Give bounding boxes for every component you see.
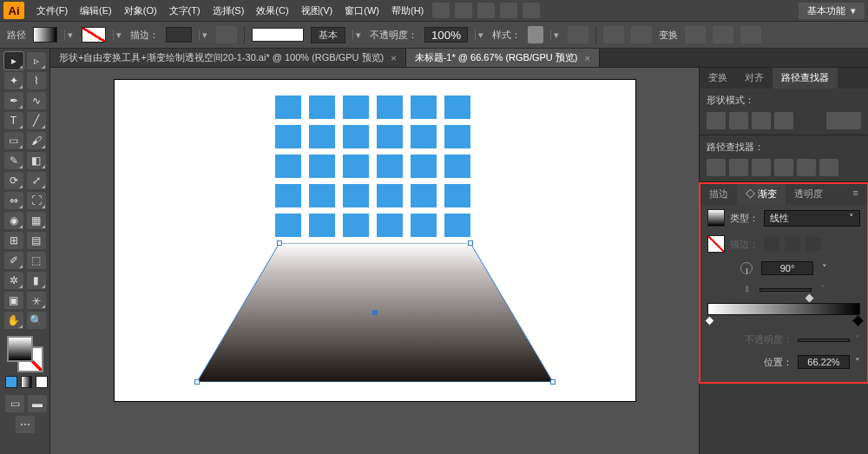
column-graph-tool[interactable]: ▮	[27, 272, 46, 289]
isolate-icon[interactable]	[685, 26, 706, 43]
chevron-down-icon[interactable]: ˅	[855, 357, 860, 368]
perspective-tool[interactable]: ▦	[27, 212, 46, 229]
fill-swatch[interactable]	[33, 27, 57, 43]
divide-button[interactable]	[707, 159, 726, 176]
chevron-down-icon[interactable]: ˅	[822, 263, 827, 274]
mesh-tool[interactable]: ⊞	[4, 232, 23, 249]
search-icon[interactable]	[500, 3, 517, 18]
menu-effect[interactable]: 效果(C)	[251, 3, 293, 19]
workspace-switcher[interactable]: 基本功能 ▾	[799, 3, 865, 19]
symbol-sprayer-tool[interactable]: ✲	[4, 272, 23, 289]
minus-front-button[interactable]	[729, 112, 748, 129]
tab-stroke[interactable]: 描边	[700, 184, 737, 205]
stroke-weight-input[interactable]	[166, 27, 192, 43]
slice-tool[interactable]: ⚹	[27, 292, 46, 309]
blue-squares-grid[interactable]	[275, 95, 470, 237]
edit-icon[interactable]	[713, 26, 733, 43]
angle-input[interactable]: 90°	[761, 261, 813, 275]
opacity-input[interactable]	[424, 27, 468, 43]
anchor-point[interactable]	[194, 379, 200, 385]
arrange-icon[interactable]	[523, 3, 540, 18]
gradient-ramp[interactable]	[707, 303, 860, 315]
stroke-swatch[interactable]	[82, 27, 106, 43]
line-tool[interactable]: ╱	[27, 112, 46, 129]
align-icon[interactable]	[603, 26, 624, 43]
zoom-tool[interactable]: 🔍	[27, 312, 46, 329]
trim-button[interactable]	[729, 159, 748, 176]
vsp-icon[interactable]	[216, 26, 237, 43]
anchor-point[interactable]	[550, 379, 556, 385]
panel-menu-icon[interactable]: ≡	[845, 184, 867, 205]
blend-tool[interactable]: ⬚	[27, 252, 46, 269]
artboard[interactable]	[115, 80, 635, 401]
gradient-stroke-swatch[interactable]	[707, 235, 725, 253]
style-swatch[interactable]	[528, 26, 543, 43]
tab-gradient[interactable]: ◇ 渐变	[737, 184, 786, 205]
eraser-tool[interactable]: ◧	[27, 152, 46, 169]
unite-button[interactable]	[707, 112, 726, 129]
menu-edit[interactable]: 编辑(E)	[75, 3, 117, 19]
fill-indicator[interactable]	[7, 336, 33, 362]
lasso-tool[interactable]: ⌇	[27, 72, 46, 89]
recolor-icon[interactable]	[568, 26, 589, 43]
anchor-point[interactable]	[277, 240, 282, 246]
stroke-weight-dd[interactable]: ▾	[199, 30, 209, 40]
type-tool[interactable]: T	[4, 112, 23, 129]
merge-button[interactable]	[752, 159, 771, 176]
style-dd[interactable]: ▾	[550, 30, 561, 40]
close-icon[interactable]: ×	[585, 53, 590, 63]
paintbrush-tool[interactable]: 🖌	[27, 132, 46, 149]
color-mode-solid[interactable]	[5, 376, 17, 388]
stroke-dropdown[interactable]: ▾	[113, 30, 123, 40]
shape-icon[interactable]	[631, 26, 652, 43]
menubar-icon-1[interactable]	[432, 3, 450, 18]
menu-select[interactable]: 选择(S)	[207, 3, 250, 19]
gradient-trapezoid[interactable]	[197, 243, 553, 382]
eyedropper-tool[interactable]: ✐	[4, 252, 23, 269]
color-mode-none[interactable]	[36, 376, 48, 388]
color-mode-gradient[interactable]	[21, 376, 33, 388]
document-tab-2[interactable]: 未标题-1* @ 66.67% (RGB/GPU 预览) ×	[406, 49, 600, 67]
menu-file[interactable]: 文件(F)	[31, 3, 73, 19]
outline-button[interactable]	[797, 159, 816, 176]
brush-basic-label[interactable]: 基本	[311, 27, 345, 43]
tab-transparency[interactable]: 透明度	[786, 184, 832, 205]
screen-mode-normal[interactable]: ▭	[5, 395, 24, 412]
gradient-stop-end[interactable]	[852, 315, 864, 326]
gradient-thumb[interactable]	[707, 209, 725, 227]
scale-tool[interactable]: ⤢	[27, 172, 46, 189]
gradient-tool[interactable]: ▤	[27, 232, 46, 249]
brush-dd[interactable]: ▾	[352, 30, 363, 40]
screen-mode-full[interactable]: ▬	[28, 395, 47, 412]
menu-view[interactable]: 视图(V)	[296, 3, 339, 19]
rectangle-tool[interactable]: ▭	[4, 132, 23, 149]
menu-type[interactable]: 文字(T)	[164, 3, 206, 19]
fill-dropdown[interactable]: ▾	[64, 30, 75, 40]
artboard-tool[interactable]: ▣	[4, 292, 23, 309]
more-icon[interactable]	[740, 26, 761, 43]
width-tool[interactable]: ⇔	[4, 192, 23, 209]
menu-object[interactable]: 对象(O)	[119, 3, 162, 19]
minus-back-button[interactable]	[819, 159, 838, 176]
menu-window[interactable]: 窗口(W)	[339, 3, 385, 19]
tab-transform[interactable]: 变换	[700, 68, 736, 89]
fill-stroke-indicator[interactable]	[2, 336, 48, 372]
gradient-type-dropdown[interactable]: 线性 ˅	[764, 210, 860, 227]
pen-tool[interactable]: ✒	[4, 92, 23, 109]
anchor-point[interactable]	[468, 240, 473, 246]
shaper-tool[interactable]: ✎	[4, 152, 23, 169]
tab-align[interactable]: 对齐	[736, 68, 773, 89]
curvature-tool[interactable]: ∿	[27, 92, 46, 109]
intersect-button[interactable]	[752, 112, 771, 129]
canvas-area[interactable]	[50, 68, 699, 454]
menu-help[interactable]: 帮助(H)	[386, 3, 429, 19]
gradient-stop-start[interactable]	[704, 315, 715, 326]
opacity-dd[interactable]: ▾	[475, 30, 485, 40]
expand-button[interactable]	[826, 112, 861, 129]
document-tab-1[interactable]: 形状+自由变换工具+渐变绘制透视空间20-1-30.ai* @ 100% (RG…	[50, 49, 406, 67]
transform-button[interactable]: 变换	[659, 29, 678, 42]
menubar-icon-2[interactable]	[455, 3, 472, 18]
menubar-icon-3[interactable]	[477, 3, 495, 18]
shape-builder-tool[interactable]: ◉	[4, 212, 23, 229]
edit-toolbar-button[interactable]: ⋯	[16, 416, 35, 433]
